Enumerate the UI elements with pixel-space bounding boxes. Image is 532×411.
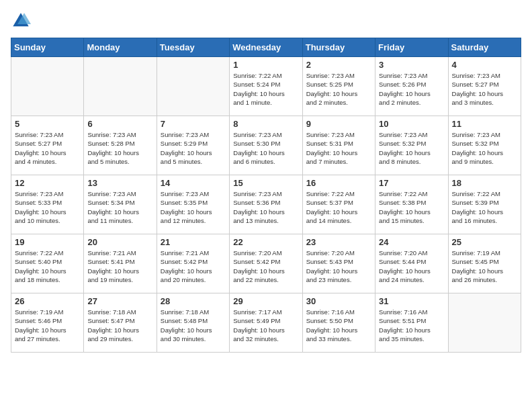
day-info: Sunrise: 7:23 AM Sunset: 5:30 PM Dayligh… xyxy=(233,130,298,166)
calendar-cell: 30Sunrise: 7:16 AM Sunset: 5:50 PM Dayli… xyxy=(302,293,375,353)
calendar-cell xyxy=(11,57,84,116)
day-number: 7 xyxy=(161,119,226,129)
weekday-saturday: Saturday xyxy=(448,38,521,57)
calendar-cell: 25Sunrise: 7:19 AM Sunset: 5:45 PM Dayli… xyxy=(448,234,521,293)
day-number: 2 xyxy=(306,60,371,70)
calendar-cell: 18Sunrise: 7:22 AM Sunset: 5:39 PM Dayli… xyxy=(448,175,521,234)
day-number: 18 xyxy=(452,178,517,188)
calendar-cell: 21Sunrise: 7:21 AM Sunset: 5:42 PM Dayli… xyxy=(157,234,229,293)
day-info: Sunrise: 7:22 AM Sunset: 5:38 PM Dayligh… xyxy=(379,189,444,225)
day-number: 4 xyxy=(452,60,517,70)
week-row-1: 1Sunrise: 7:22 AM Sunset: 5:24 PM Daylig… xyxy=(11,57,521,116)
day-number: 22 xyxy=(233,237,298,247)
calendar-cell: 2Sunrise: 7:23 AM Sunset: 5:25 PM Daylig… xyxy=(302,57,375,116)
calendar-cell: 19Sunrise: 7:22 AM Sunset: 5:40 PM Dayli… xyxy=(11,234,84,293)
weekday-monday: Monday xyxy=(84,38,157,57)
day-number: 16 xyxy=(306,178,371,188)
day-number: 31 xyxy=(379,296,444,306)
day-number: 5 xyxy=(15,119,80,129)
day-info: Sunrise: 7:23 AM Sunset: 5:36 PM Dayligh… xyxy=(233,189,298,225)
calendar-cell: 4Sunrise: 7:23 AM Sunset: 5:27 PM Daylig… xyxy=(448,57,521,116)
day-number: 17 xyxy=(379,178,444,188)
day-info: Sunrise: 7:20 AM Sunset: 5:44 PM Dayligh… xyxy=(379,248,444,284)
calendar-cell: 24Sunrise: 7:20 AM Sunset: 5:44 PM Dayli… xyxy=(375,234,448,293)
calendar-cell: 3Sunrise: 7:23 AM Sunset: 5:26 PM Daylig… xyxy=(375,57,448,116)
weekday-header-row: SundayMondayTuesdayWednesdayThursdayFrid… xyxy=(11,38,521,57)
week-row-3: 12Sunrise: 7:23 AM Sunset: 5:33 PM Dayli… xyxy=(11,175,521,234)
day-info: Sunrise: 7:23 AM Sunset: 5:29 PM Dayligh… xyxy=(161,130,226,166)
day-info: Sunrise: 7:17 AM Sunset: 5:49 PM Dayligh… xyxy=(233,308,298,343)
day-info: Sunrise: 7:22 AM Sunset: 5:40 PM Dayligh… xyxy=(15,248,80,284)
day-number: 14 xyxy=(161,178,226,188)
calendar-body: 1Sunrise: 7:22 AM Sunset: 5:24 PM Daylig… xyxy=(11,57,521,353)
calendar-cell: 10Sunrise: 7:23 AM Sunset: 5:32 PM Dayli… xyxy=(375,116,448,175)
day-number: 29 xyxy=(233,296,298,306)
day-number: 8 xyxy=(233,119,298,129)
day-number: 27 xyxy=(87,296,152,306)
day-number: 23 xyxy=(306,237,371,247)
calendar-cell: 22Sunrise: 7:20 AM Sunset: 5:42 PM Dayli… xyxy=(230,234,302,293)
day-info: Sunrise: 7:22 AM Sunset: 5:24 PM Dayligh… xyxy=(233,71,298,107)
calendar-cell: 11Sunrise: 7:23 AM Sunset: 5:32 PM Dayli… xyxy=(448,116,521,175)
day-number: 12 xyxy=(15,178,80,188)
weekday-friday: Friday xyxy=(375,38,448,57)
day-number: 25 xyxy=(452,237,517,247)
day-number: 3 xyxy=(379,60,444,70)
day-number: 10 xyxy=(379,119,444,129)
day-info: Sunrise: 7:16 AM Sunset: 5:51 PM Dayligh… xyxy=(379,308,444,343)
day-info: Sunrise: 7:22 AM Sunset: 5:39 PM Dayligh… xyxy=(452,189,517,225)
calendar-header: SundayMondayTuesdayWednesdayThursdayFrid… xyxy=(11,38,521,57)
calendar-cell: 31Sunrise: 7:16 AM Sunset: 5:51 PM Dayli… xyxy=(375,293,448,353)
calendar-cell: 16Sunrise: 7:22 AM Sunset: 5:37 PM Dayli… xyxy=(302,175,375,234)
calendar-cell: 15Sunrise: 7:23 AM Sunset: 5:36 PM Dayli… xyxy=(230,175,302,234)
week-row-2: 5Sunrise: 7:23 AM Sunset: 5:27 PM Daylig… xyxy=(11,116,521,175)
calendar-cell: 20Sunrise: 7:21 AM Sunset: 5:41 PM Dayli… xyxy=(84,234,157,293)
day-number: 24 xyxy=(379,237,444,247)
day-number: 1 xyxy=(233,60,298,70)
logo-icon xyxy=(11,11,31,31)
calendar-cell: 27Sunrise: 7:18 AM Sunset: 5:47 PM Dayli… xyxy=(84,293,157,353)
day-info: Sunrise: 7:23 AM Sunset: 5:35 PM Dayligh… xyxy=(161,189,226,225)
day-info: Sunrise: 7:20 AM Sunset: 5:42 PM Dayligh… xyxy=(233,248,298,284)
day-info: Sunrise: 7:23 AM Sunset: 5:32 PM Dayligh… xyxy=(452,130,517,166)
day-number: 28 xyxy=(161,296,226,306)
day-info: Sunrise: 7:23 AM Sunset: 5:27 PM Dayligh… xyxy=(452,71,517,107)
day-number: 21 xyxy=(161,237,226,247)
page-header xyxy=(11,11,521,31)
day-info: Sunrise: 7:23 AM Sunset: 5:28 PM Dayligh… xyxy=(87,130,152,166)
weekday-tuesday: Tuesday xyxy=(157,38,229,57)
day-info: Sunrise: 7:23 AM Sunset: 5:26 PM Dayligh… xyxy=(379,71,444,107)
calendar-cell: 17Sunrise: 7:22 AM Sunset: 5:38 PM Dayli… xyxy=(375,175,448,234)
calendar-cell: 7Sunrise: 7:23 AM Sunset: 5:29 PM Daylig… xyxy=(157,116,229,175)
day-number: 13 xyxy=(87,178,152,188)
day-info: Sunrise: 7:19 AM Sunset: 5:46 PM Dayligh… xyxy=(15,308,80,343)
calendar-cell: 8Sunrise: 7:23 AM Sunset: 5:30 PM Daylig… xyxy=(230,116,302,175)
calendar-cell: 6Sunrise: 7:23 AM Sunset: 5:28 PM Daylig… xyxy=(84,116,157,175)
day-info: Sunrise: 7:18 AM Sunset: 5:48 PM Dayligh… xyxy=(161,308,226,343)
day-number: 6 xyxy=(87,119,152,129)
day-info: Sunrise: 7:20 AM Sunset: 5:43 PM Dayligh… xyxy=(306,248,371,284)
day-number: 26 xyxy=(15,296,80,306)
calendar-cell: 23Sunrise: 7:20 AM Sunset: 5:43 PM Dayli… xyxy=(302,234,375,293)
calendar-cell: 13Sunrise: 7:23 AM Sunset: 5:34 PM Dayli… xyxy=(84,175,157,234)
calendar-cell: 26Sunrise: 7:19 AM Sunset: 5:46 PM Dayli… xyxy=(11,293,84,353)
day-number: 20 xyxy=(87,237,152,247)
weekday-thursday: Thursday xyxy=(302,38,375,57)
calendar-cell: 14Sunrise: 7:23 AM Sunset: 5:35 PM Dayli… xyxy=(157,175,229,234)
weekday-wednesday: Wednesday xyxy=(230,38,302,57)
week-row-5: 26Sunrise: 7:19 AM Sunset: 5:46 PM Dayli… xyxy=(11,293,521,353)
day-info: Sunrise: 7:23 AM Sunset: 5:31 PM Dayligh… xyxy=(306,130,371,166)
day-info: Sunrise: 7:23 AM Sunset: 5:27 PM Dayligh… xyxy=(15,130,80,166)
calendar-cell: 1Sunrise: 7:22 AM Sunset: 5:24 PM Daylig… xyxy=(230,57,302,116)
weekday-sunday: Sunday xyxy=(11,38,84,57)
day-number: 9 xyxy=(306,119,371,129)
day-info: Sunrise: 7:23 AM Sunset: 5:33 PM Dayligh… xyxy=(15,189,80,225)
day-number: 19 xyxy=(15,237,80,247)
calendar-cell xyxy=(157,57,229,116)
day-number: 30 xyxy=(306,296,371,306)
day-info: Sunrise: 7:16 AM Sunset: 5:50 PM Dayligh… xyxy=(306,308,371,343)
day-info: Sunrise: 7:21 AM Sunset: 5:41 PM Dayligh… xyxy=(87,248,152,284)
week-row-4: 19Sunrise: 7:22 AM Sunset: 5:40 PM Dayli… xyxy=(11,234,521,293)
calendar-cell: 29Sunrise: 7:17 AM Sunset: 5:49 PM Dayli… xyxy=(230,293,302,353)
day-info: Sunrise: 7:22 AM Sunset: 5:37 PM Dayligh… xyxy=(306,189,371,225)
